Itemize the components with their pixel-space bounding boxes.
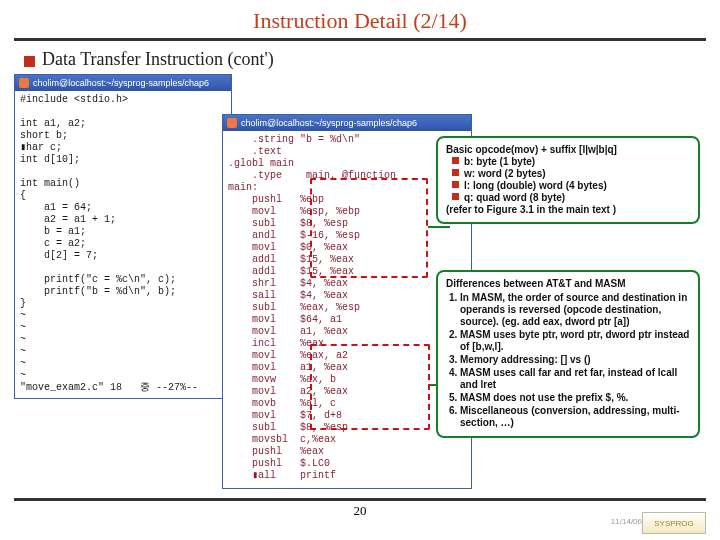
selection-mov-suffix — [310, 178, 428, 278]
callout1-item: l: long (double) word (4 bytes) — [452, 180, 690, 192]
selection-mov-variants — [310, 344, 430, 430]
titlebar-asm: cholim@localhost:~/sysprog-samples/chap6 — [223, 115, 471, 131]
callout2-list: In MASM, the order of source and destina… — [460, 292, 690, 429]
logo-sysprog: SYSPROG — [642, 512, 706, 534]
rule-bottom — [14, 498, 706, 501]
callout1-item: w: word (2 bytes) — [452, 168, 690, 180]
rule-top — [14, 38, 706, 41]
slide-title: Instruction Detail (2/14) — [0, 0, 720, 34]
callout1-item: b: byte (1 byte) — [452, 156, 690, 168]
callout1-tail: (refer to Figure 3.1 in the main text ) — [446, 204, 690, 216]
content-stage: cholim@localhost:~/sysprog-samples/chap6… — [14, 74, 706, 494]
window-asm: cholim@localhost:~/sysprog-samples/chap6… — [222, 114, 472, 489]
callout1-list: b: byte (1 byte) w: word (2 bytes) l: lo… — [452, 156, 690, 204]
titlebar-c: cholim@localhost:~/sysprog-samples/chap6 — [15, 75, 231, 91]
callout2-item: In MASM, the order of source and destina… — [460, 292, 690, 328]
callout-diff: Differences between AT&T and MASM In MAS… — [436, 270, 700, 438]
callout1-item: q: quad word (8 byte) — [452, 192, 690, 204]
callout2-heading: Differences between AT&T and MASM — [446, 278, 690, 290]
footer-date: 11/14/06 — [611, 517, 642, 526]
c-code: #include <stdio.h> int a1, a2; short b; … — [15, 91, 231, 397]
callout2-item: MASM does not use the prefix $, %. — [460, 392, 690, 404]
terminal-icon — [227, 118, 237, 128]
connector-1 — [428, 226, 450, 228]
callout2-item: MASM uses call far and ret far, instead … — [460, 367, 690, 391]
callout2-item: Miscellaneous (conversion, addressing, m… — [460, 405, 690, 429]
callout-suffix: Basic opcode(mov) + suffix [l|w|b|q] b: … — [436, 136, 700, 224]
terminal-icon — [19, 78, 29, 88]
callout2-item: Memory addressing: [] vs () — [460, 354, 690, 366]
callout2-item: MASM uses byte ptr, word ptr, dword ptr … — [460, 329, 690, 353]
section-heading: Data Transfer Instruction (cont') — [42, 49, 720, 70]
callout1-heading: Basic opcode(mov) + suffix [l|w|b|q] — [446, 144, 690, 156]
titlebar-asm-text: cholim@localhost:~/sysprog-samples/chap6 — [241, 118, 417, 128]
titlebar-c-text: cholim@localhost:~/sysprog-samples/chap6 — [33, 78, 209, 88]
window-c-source: cholim@localhost:~/sysprog-samples/chap6… — [14, 74, 232, 399]
